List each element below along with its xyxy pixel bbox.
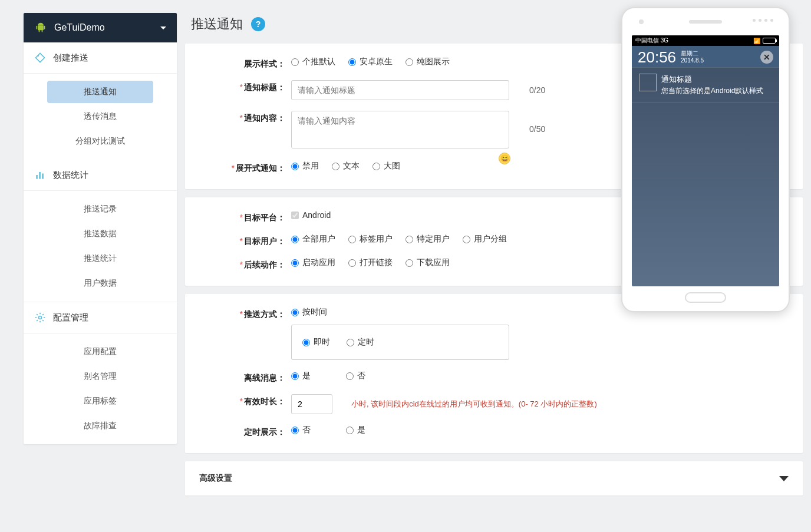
- radio-display-default[interactable]: 个推默认: [291, 57, 335, 67]
- timing-box: 即时 定时: [291, 325, 509, 360]
- label-ttl: *有效时长：: [203, 394, 291, 407]
- phone-speaker-icon: [689, 20, 722, 24]
- main-content: 推送通知 ? 展示样式： 个推默认 安卓原生 纯图展示 *通知标题： 0/20: [177, 0, 811, 532]
- preview-title: 通知标题: [661, 74, 763, 85]
- radio-timing-now[interactable]: 即时: [302, 337, 330, 348]
- label-push-mode: *推送方式：: [203, 307, 291, 320]
- notif-title-input[interactable]: [291, 80, 509, 100]
- title-counter: 0/20: [529, 85, 545, 95]
- radio-offline-yes[interactable]: 是: [291, 371, 311, 381]
- nav-item-push-stats[interactable]: 推送统计: [47, 247, 153, 270]
- nav-item-app-config[interactable]: 应用配置: [47, 341, 153, 363]
- nav-group-title: 创建推送: [53, 52, 88, 64]
- close-icon[interactable]: ✕: [760, 51, 773, 64]
- content-counter: 0/50: [529, 124, 545, 134]
- svg-rect-2: [38, 26, 44, 31]
- advanced-settings-toggle[interactable]: 高级设置: [185, 461, 803, 495]
- nav-item-ab-test[interactable]: 分组对比测试: [47, 130, 153, 153]
- nav-item-app-tags[interactable]: 应用标签: [47, 390, 153, 412]
- nav-item-user-data[interactable]: 用户数据: [47, 272, 153, 295]
- phone-status-bar: 中国电信 3G 📶: [632, 35, 779, 46]
- nav-item-troubleshoot[interactable]: 故障排查: [47, 415, 153, 437]
- gear-icon: [34, 312, 46, 323]
- ttl-hint: 小时, 该时间段内cid在线过的用户均可收到通知。(0- 72 小时内的正整数): [351, 399, 597, 409]
- tag-icon: [34, 52, 46, 64]
- radio-sched-no[interactable]: 否: [291, 425, 311, 435]
- radio-offline-no[interactable]: 否: [346, 371, 365, 381]
- radio-display-android[interactable]: 安卓原生: [348, 57, 393, 67]
- nav-item-alias[interactable]: 别名管理: [47, 365, 153, 388]
- phone-sensor-icon: [753, 19, 773, 22]
- nav-group-header[interactable]: 创建推送: [24, 42, 177, 74]
- svg-point-11: [39, 316, 42, 319]
- radio-action-link[interactable]: 打开链接: [348, 257, 393, 268]
- label-after-action: *后续动作：: [203, 257, 291, 270]
- chevron-down-icon: [160, 27, 166, 29]
- nav-item-transmission[interactable]: 透传消息: [47, 105, 153, 128]
- radio-user-tag[interactable]: 标签用户: [348, 234, 393, 244]
- nav-item-push-log[interactable]: 推送记录: [47, 198, 153, 220]
- label-target-user: *目标用户：: [203, 234, 291, 247]
- bar-chart-icon: [34, 169, 46, 181]
- radio-user-group[interactable]: 用户分组: [463, 234, 507, 244]
- advanced-label: 高级设置: [199, 473, 232, 484]
- label-display-style: 展示样式：: [203, 57, 291, 70]
- label-expandable: *展开式通知：: [203, 161, 291, 174]
- help-icon[interactable]: ?: [251, 17, 265, 31]
- ttl-input[interactable]: [291, 394, 332, 414]
- radio-expand-image[interactable]: 大图: [372, 161, 400, 171]
- page-title: 推送通知: [191, 15, 243, 33]
- nav-item-push-data[interactable]: 推送数据: [47, 223, 153, 245]
- notif-content-input[interactable]: [291, 111, 509, 148]
- chevron-down-icon: [779, 476, 789, 481]
- svg-point-7: [37, 55, 38, 57]
- sidebar: GeTuiDemo 创建推送 推送通知 透传消息 分组对比测试: [24, 0, 177, 532]
- emoji-picker-icon[interactable]: 😄: [499, 153, 510, 164]
- phone-weekday: 星期二: [681, 50, 756, 57]
- phone-camera-icon: [639, 19, 644, 24]
- phone-home-button: [685, 292, 726, 303]
- radio-user-specific[interactable]: 特定用户: [406, 234, 450, 244]
- checkbox-android[interactable]: Android: [291, 210, 331, 220]
- radio-expand-disable[interactable]: 禁用: [291, 161, 319, 171]
- svg-rect-6: [42, 29, 43, 32]
- battery-icon: [763, 38, 776, 44]
- carrier-label: 中国电信 3G: [635, 37, 668, 45]
- radio-action-download[interactable]: 下载应用: [406, 257, 450, 268]
- svg-rect-8: [36, 175, 38, 179]
- nav-group-header[interactable]: 配置管理: [24, 302, 177, 333]
- svg-rect-5: [39, 29, 40, 32]
- phone-date: 2014.8.5: [681, 57, 756, 64]
- radio-action-launch[interactable]: 启动应用: [291, 257, 335, 268]
- nav-group-create: 创建推送 推送通知 透传消息 分组对比测试: [24, 42, 177, 160]
- signal-icon: 📶: [753, 38, 760, 44]
- svg-rect-10: [42, 174, 44, 179]
- nav-group-title: 配置管理: [53, 312, 88, 323]
- phone-time: 20:56: [638, 49, 676, 65]
- phone-preview: 中国电信 3G 📶 20:56 星期二 2014.8.5 ✕: [621, 7, 790, 312]
- svg-rect-4: [44, 26, 45, 29]
- label-platform: *目标平台：: [203, 210, 291, 223]
- svg-rect-3: [37, 26, 38, 29]
- notif-app-icon: [639, 74, 657, 91]
- radio-user-all[interactable]: 全部用户: [291, 234, 335, 244]
- nav-group-stats: 数据统计 推送记录 推送数据 推送统计 用户数据: [24, 160, 177, 302]
- android-icon: [34, 21, 47, 34]
- radio-sched-yes[interactable]: 是: [346, 425, 365, 435]
- radio-mode-bytime[interactable]: 按时间: [291, 307, 327, 318]
- preview-notification: 通知标题 您当前选择的是Android默认样式: [632, 67, 779, 103]
- radio-expand-text[interactable]: 文本: [332, 161, 360, 171]
- svg-rect-9: [39, 172, 41, 179]
- nav-item-push-notification[interactable]: 推送通知: [47, 81, 153, 103]
- nav-group-config: 配置管理 应用配置 别名管理 应用标签 故障排查: [24, 302, 177, 444]
- preview-body: 您当前选择的是Android默认样式: [661, 85, 763, 96]
- label-offline: 离线消息：: [203, 371, 291, 384]
- radio-display-image[interactable]: 纯图展示: [406, 57, 450, 67]
- nav-group-header[interactable]: 数据统计: [24, 160, 177, 191]
- workspace-switcher[interactable]: GeTuiDemo: [24, 13, 177, 42]
- workspace-name: GeTuiDemo: [54, 22, 153, 33]
- radio-timing-scheduled[interactable]: 定时: [347, 337, 374, 348]
- label-scheduled-show: 定时展示：: [203, 425, 291, 438]
- panel-schedule: *推送方式： 按时间 即时 定时 离线消息： 是 否: [185, 294, 803, 453]
- nav-group-title: 数据统计: [53, 170, 88, 181]
